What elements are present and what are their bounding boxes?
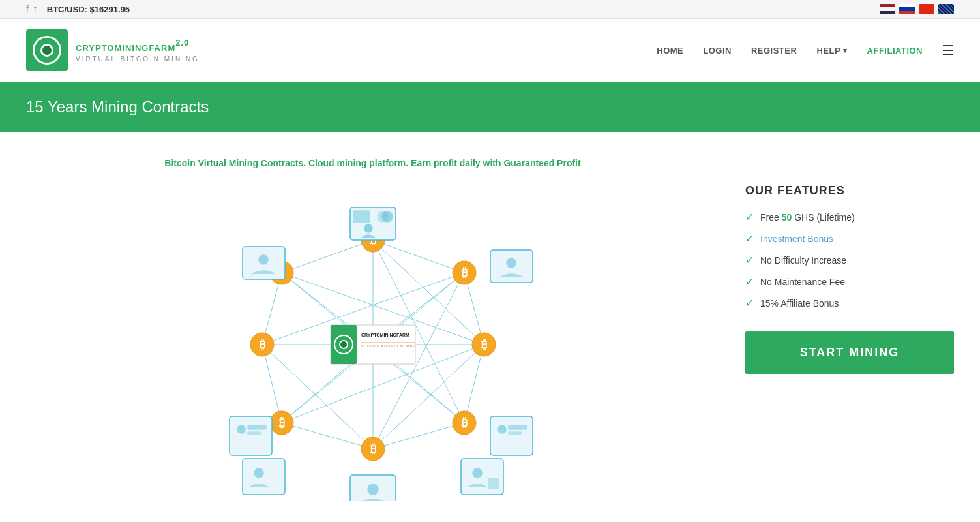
- tagline-highlight: Earn profit daily with Guaranteed Profit: [411, 158, 581, 168]
- svg-rect-53: [509, 425, 527, 429]
- feature-investment-bonus: ✓ Investment Bonus: [745, 232, 954, 245]
- svg-rect-57: [248, 425, 266, 429]
- logo-icon-box: [26, 29, 68, 71]
- features-title: OUR FEATURES: [745, 184, 954, 198]
- svg-point-46: [364, 224, 372, 232]
- tagline-start: Bitcoin Virtual Mining Contracts. Cloud …: [164, 158, 408, 168]
- investment-bonus-link[interactable]: Investment Bonus: [760, 234, 833, 244]
- nav-affiliation[interactable]: AFFILIATION: [867, 46, 923, 55]
- svg-point-48: [507, 258, 516, 268]
- svg-rect-51: [490, 416, 533, 455]
- feature-affiliate-bonus: ✓ 15% Affiliate Bonus: [745, 297, 954, 309]
- svg-text:₿: ₿: [259, 338, 265, 351]
- btc-price: BTC/USD: $16291.95: [47, 5, 130, 14]
- no-maintenance-text: No Maintenance Fee: [760, 277, 845, 287]
- logo-version: 2.0: [175, 38, 189, 48]
- svg-rect-61: [488, 478, 499, 489]
- flag-uk[interactable]: [938, 4, 954, 14]
- check-icon-difficulty: ✓: [745, 254, 754, 266]
- nav-help[interactable]: HELP: [816, 46, 847, 55]
- logo-subtitle: VIRTUAL BITCOIN MINING: [76, 55, 200, 63]
- svg-text:₿: ₿: [481, 338, 486, 351]
- feature-free-ghs: ✓ Free 50 GHS (Lifetime): [745, 211, 954, 223]
- svg-text:CRYPTOMININGFARM: CRYPTOMININGFARM: [361, 333, 409, 337]
- left-content: Bitcoin Virtual Mining Contracts. Cloud …: [26, 158, 719, 501]
- svg-rect-54: [509, 432, 522, 435]
- feature-ghs-number: 50: [782, 212, 792, 223]
- hamburger-icon[interactable]: ☰: [942, 42, 954, 58]
- svg-point-60: [473, 468, 482, 478]
- nav-register[interactable]: REGISTER: [751, 46, 797, 55]
- feature-no-difficulty: ✓ No Difficulty Increase: [745, 254, 954, 266]
- check-icon-affiliate: ✓: [745, 297, 754, 309]
- svg-point-56: [237, 425, 245, 433]
- logo-title: CRYPTOMININGFARM2.0: [76, 38, 200, 55]
- svg-point-45: [382, 211, 393, 222]
- facebook-icon[interactable]: f: [26, 4, 29, 14]
- svg-line-10: [464, 345, 484, 423]
- topbar: f t BTC/USD: $16291.95: [0, 0, 980, 19]
- flag-russia[interactable]: [899, 4, 915, 14]
- feature-free-ghs-text: Free 50 GHS (Lifetime): [760, 212, 855, 223]
- flag-thailand[interactable]: [880, 4, 895, 14]
- affiliate-bonus-text: 15% Affiliate Bonus: [760, 298, 839, 309]
- logo-text: CRYPTOMININGFARM2.0 VIRTUAL BITCOIN MINI…: [76, 38, 200, 62]
- twitter-icon[interactable]: t: [34, 4, 37, 14]
- social-icons: f t: [26, 4, 37, 14]
- svg-text:₿: ₿: [461, 416, 467, 429]
- svg-point-63: [254, 468, 263, 478]
- svg-point-52: [498, 425, 506, 433]
- check-icon-free-ghs: ✓: [745, 211, 754, 223]
- check-icon-maintenance: ✓: [745, 275, 754, 288]
- svg-line-13: [262, 345, 282, 423]
- logo-circle-inner: [40, 44, 53, 57]
- nav-login[interactable]: LOGIN: [703, 46, 732, 55]
- language-flags: [880, 4, 954, 14]
- svg-rect-62: [243, 459, 285, 495]
- logo-circle-outer: [33, 36, 61, 65]
- page-banner: 15 Years Mining Contracts: [0, 82, 980, 132]
- svg-rect-58: [248, 432, 261, 435]
- svg-point-69: [340, 341, 348, 348]
- network-diagram: ₿ ₿ ₿ ₿ ₿ ₿ ₿ ₿: [210, 188, 536, 501]
- svg-point-50: [259, 255, 268, 264]
- feature-no-maintenance: ✓ No Maintenance Fee: [745, 275, 954, 288]
- header: CRYPTOMININGFARM2.0 VIRTUAL BITCOIN MINI…: [0, 19, 980, 82]
- btc-value: $16291.95: [90, 5, 130, 14]
- svg-text:₿: ₿: [461, 266, 467, 279]
- main-nav: HOME LOGIN REGISTER HELP AFFILIATION ☰: [657, 42, 954, 58]
- main-content: Bitcoin Virtual Mining Contracts. Cloud …: [0, 132, 980, 522]
- banner-title: 15 Years Mining Contracts: [26, 98, 954, 116]
- svg-text:₿: ₿: [278, 416, 284, 429]
- right-panel: OUR FEATURES ✓ Free 50 GHS (Lifetime) ✓ …: [745, 158, 954, 501]
- check-icon-investment: ✓: [745, 232, 754, 245]
- svg-rect-43: [353, 211, 370, 223]
- svg-text:VIRTUAL BITCOIN MINING: VIRTUAL BITCOIN MINING: [361, 344, 416, 348]
- svg-rect-55: [230, 416, 272, 455]
- svg-line-15: [282, 240, 373, 273]
- btc-label: BTC/USD:: [47, 5, 87, 14]
- nav-home[interactable]: HOME: [657, 46, 683, 55]
- logo[interactable]: CRYPTOMININGFARM2.0 VIRTUAL BITCOIN MINI…: [26, 29, 200, 71]
- tagline: Bitcoin Virtual Mining Contracts. Cloud …: [164, 158, 580, 168]
- no-difficulty-text: No Difficulty Increase: [760, 255, 846, 266]
- flag-china[interactable]: [919, 4, 934, 14]
- svg-point-65: [368, 484, 378, 495]
- svg-text:₿: ₿: [370, 442, 376, 455]
- start-mining-button[interactable]: START MINING: [745, 331, 954, 374]
